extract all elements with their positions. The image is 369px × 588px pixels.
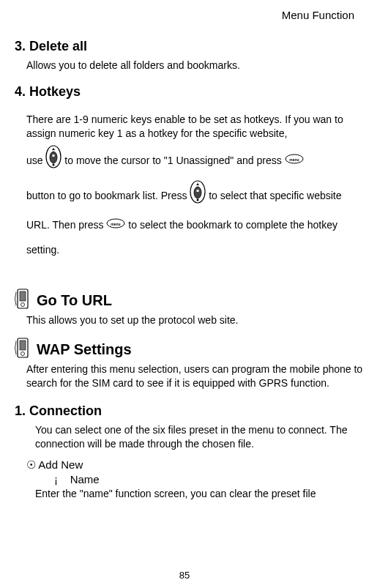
menu-key-icon	[106, 213, 125, 238]
section-4-p3: button to go to bookmark list. Press to …	[26, 180, 363, 262]
text-use: use	[26, 155, 45, 166]
page-number: 85	[0, 570, 369, 581]
wap-settings-body: After entering this menu selection, user…	[26, 362, 363, 390]
name-prefix: ¡	[54, 473, 58, 485]
section-4-p2: use to move the cursor to "1 Unassigned"…	[26, 145, 363, 178]
name-label: Name	[70, 473, 100, 485]
menu-key-icon	[285, 149, 304, 174]
text-button-goto: button to go to bookmark list. Press	[26, 190, 190, 201]
connection-title: 1. Connection	[15, 403, 363, 419]
goto-url-heading-row: Go To URL	[15, 288, 363, 312]
page-header: Menu Function	[15, 9, 363, 21]
name-heading: ¡ Name	[54, 473, 363, 485]
text-move-cursor: to move the cursor to "1 Unassigned" and…	[64, 155, 284, 166]
section-3-body: Allows you to delete all folders and boo…	[26, 59, 363, 72]
goto-url-body: This allows you to set up the protocol w…	[26, 313, 363, 327]
ring-bullet-icon: ☉	[26, 458, 36, 471]
section-4-title: 4. Hotkeys	[15, 84, 363, 100]
connection-body: You can select one of the six files pres…	[35, 423, 363, 451]
add-new-heading: ☉ Add New	[26, 458, 363, 472]
phone-signal-icon	[15, 337, 32, 361]
wap-settings-title: WAP Settings	[37, 341, 132, 358]
phone-signal-icon	[15, 288, 32, 312]
wap-settings-heading-row: WAP Settings	[15, 337, 363, 361]
section-4-p1: There are 1-9 numeric keys enable to be …	[26, 113, 363, 141]
name-body: Enter the "name" function screen, you ca…	[35, 487, 363, 501]
add-new-label: Add New	[38, 458, 83, 471]
nav-pad-icon	[45, 145, 61, 178]
nav-pad-icon	[190, 180, 206, 213]
section-3-title: 3. Delete all	[15, 39, 363, 54]
goto-url-title: Go To URL	[37, 292, 112, 309]
